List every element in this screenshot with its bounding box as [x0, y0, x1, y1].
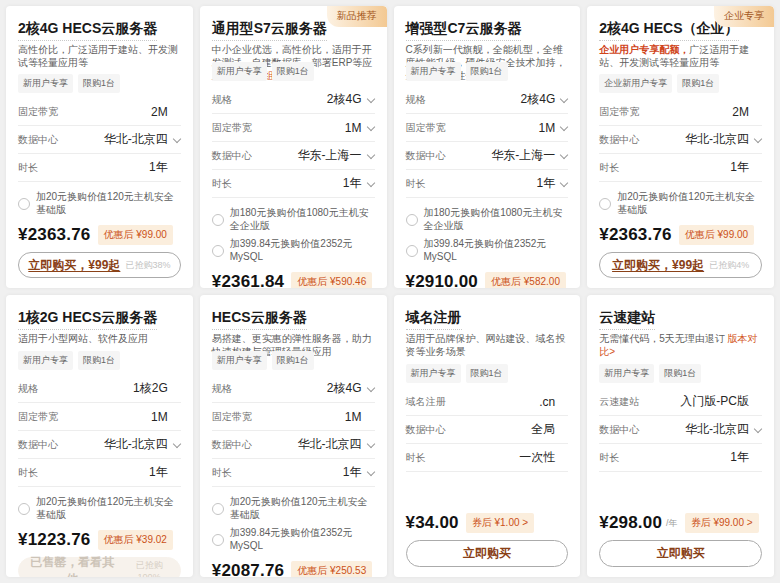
chevron-down-icon [173, 439, 181, 447]
price-row: ¥2363.76优惠后 ¥99.00 [599, 222, 762, 252]
chevron-slot [362, 440, 375, 450]
field-row: 云速建站入门版-PC版 [599, 388, 762, 416]
field-row[interactable]: 固定带宽1M [406, 114, 569, 142]
checkbox-circle-icon[interactable] [18, 198, 30, 210]
product-card: 2核4G HECS云服务器高性价比，广泛适用于建站、开发测试等轻量应用等新用户专… [6, 6, 193, 288]
field-row[interactable]: 时长1年 [212, 170, 375, 198]
addon-checkbox-row[interactable]: 加180元换购价值1080元主机安全企业版 [406, 207, 569, 232]
discount-badge[interactable]: 券后 ¥99.00 > [685, 513, 759, 533]
field-label: 域名注册 [406, 395, 446, 409]
field-label: 规格 [212, 382, 232, 396]
field-label: 时长 [406, 177, 426, 191]
promo-tag: 企业新用户专享 [599, 74, 672, 93]
field-row[interactable]: 规格2核4G [212, 86, 375, 114]
card-title-text: 域名注册 [406, 309, 462, 330]
checkbox-circle-icon[interactable] [212, 534, 224, 546]
addon-list: 加20元换购价值120元主机安全基础版加399.84元换购价值2352元MySQ… [212, 494, 375, 558]
field-value: 华北-北京四 [298, 436, 362, 453]
product-card: 企业专享2核4G HECS（企业）企业用户专享配额，广泛适用于建站、开发测试等轻… [587, 6, 774, 288]
chevron-slot [168, 468, 181, 478]
addon-checkbox-row[interactable]: 加20元换购价值120元主机安全基础版 [212, 496, 375, 521]
checkbox-circle-icon[interactable] [212, 214, 224, 226]
promo-tag: 限购1台 [659, 364, 701, 383]
field-value: 1年 [149, 464, 168, 481]
chevron-slot [362, 151, 375, 161]
addon-label: 加399.84元换购价值2352元MySQL [424, 238, 569, 263]
chevron-down-icon [754, 425, 762, 433]
card-title-text: 增强型C7云服务器 [406, 20, 522, 41]
desc-text: 高性价比，广泛适用于建站、开发测试等轻量应用等 [18, 44, 178, 68]
card-desc: 企业用户专享配额，广泛适用于建站、开发测试等轻量应用等 [599, 43, 762, 68]
chevron-slot [749, 135, 762, 145]
promo-tag: 限购1台 [466, 364, 508, 383]
tag-list: 新用户专享限购1台 [212, 62, 375, 81]
addon-checkbox-row[interactable]: 加180元换购价值1080元主机安全企业版 [212, 207, 375, 232]
field-row[interactable]: 规格2核4G [212, 375, 375, 403]
field-value: 华北-北京四 [685, 421, 749, 438]
field-row: 固定带宽2M [599, 98, 762, 126]
chevron-slot [555, 95, 568, 105]
field-label: 时长 [18, 161, 38, 175]
addon-checkbox-row[interactable]: 加399.84元换购价值2352元MySQL [406, 238, 569, 263]
field-row[interactable]: 规格2核4G [406, 86, 569, 114]
field-row: 时长1年 [599, 444, 762, 472]
buy-button[interactable]: 立即购买 [406, 540, 569, 567]
card-title: 域名注册 [406, 309, 569, 325]
field-row[interactable]: 数据中心华北-北京四 [18, 126, 181, 154]
chevron-slot [555, 397, 568, 407]
price-row: ¥298.00/年券后 ¥99.00 > [599, 510, 762, 540]
addon-label: 加20元换购价值120元主机安全基础版 [36, 191, 181, 216]
checkbox-circle-icon[interactable] [406, 245, 418, 257]
checkbox-circle-icon[interactable] [599, 198, 611, 210]
buy-button[interactable]: 立即购买，¥99起已抢购38% [18, 252, 181, 278]
field-row[interactable]: 时长1年 [212, 459, 375, 487]
promo-tag: 新用户专享 [212, 62, 267, 81]
card-title: HECS云服务器 [212, 309, 375, 325]
chevron-slot [168, 107, 181, 117]
field-list: 云速建站入门版-PC版数据中心华北-北京四时长1年 [599, 388, 762, 472]
product-card: 1核2G HECS云服务器适用于小型网站、软件及应用新用户专享限购1台规格1核2… [6, 295, 193, 577]
field-row[interactable]: 数据中心华北-北京四 [18, 431, 181, 459]
buy-button: 已售罄，看看其他已抢购100% [18, 557, 181, 577]
field-row[interactable]: 数据中心华北-北京四 [212, 431, 375, 459]
chevron-down-icon [366, 383, 374, 391]
addon-checkbox-row[interactable]: 加20元换购价值120元主机安全基础版 [18, 496, 181, 521]
chevron-down-icon [560, 178, 568, 186]
field-row[interactable]: 数据中心华北-北京四 [599, 416, 762, 444]
field-row[interactable]: 时长1年 [406, 170, 569, 198]
field-row[interactable]: 固定带宽1M [212, 114, 375, 142]
discount-badge: 优惠后 ¥582.00 [485, 272, 566, 288]
chevron-slot [555, 179, 568, 189]
buy-button[interactable]: 立即购买，¥99起已抢购4% [599, 252, 762, 278]
tag-list: 新用户专享限购1台 [406, 62, 569, 81]
field-row[interactable]: 数据中心华东-上海一 [406, 142, 569, 170]
addon-checkbox-row[interactable]: 加20元换购价值120元主机安全基础版 [599, 191, 762, 216]
addon-list: 加20元换购价值120元主机安全基础版 [599, 189, 762, 222]
discount-badge[interactable]: 券后 ¥1.00 > [466, 513, 534, 533]
field-row: 固定带宽2M [18, 98, 181, 126]
addon-checkbox-row[interactable]: 加20元换购价值120元主机安全基础版 [18, 191, 181, 216]
field-label: 时长 [18, 466, 38, 480]
field-row[interactable]: 数据中心华北-北京四 [599, 126, 762, 154]
chevron-slot [749, 425, 762, 435]
field-row[interactable]: 数据中心华东-上海一 [212, 142, 375, 170]
checkbox-circle-icon[interactable] [212, 503, 224, 515]
checkbox-circle-icon[interactable] [406, 214, 418, 226]
chevron-down-icon [560, 94, 568, 102]
checkbox-circle-icon[interactable] [212, 245, 224, 257]
product-card: HECS云服务器易搭建、更实惠的弹性服务器，助力快速构建与管理轻量级应用新用户专… [200, 295, 387, 577]
field-value: 全局 [531, 421, 555, 438]
checkbox-circle-icon[interactable] [18, 503, 30, 515]
addon-checkbox-row[interactable]: 加399.84元换购价值2352元MySQL [212, 527, 375, 552]
chevron-down-icon [366, 467, 374, 475]
field-label: 时长 [212, 466, 232, 480]
field-list: 规格2核4G固定带宽1M数据中心华北-北京四时长1年 [212, 375, 375, 487]
tag-list: 新用户专享限购1台 [18, 351, 181, 370]
buy-button[interactable]: 立即购买 [599, 540, 762, 567]
field-value: 华东-上海一 [298, 147, 362, 164]
card-title-text: 通用型S7云服务器 [212, 20, 327, 41]
field-label: 固定带宽 [212, 410, 252, 424]
card-title-text: 2核4G HECS云服务器 [18, 20, 157, 41]
field-list: 固定带宽2M数据中心华北-北京四时长1年 [599, 98, 762, 182]
addon-checkbox-row[interactable]: 加399.84元换购价值2352元MySQL [212, 238, 375, 263]
